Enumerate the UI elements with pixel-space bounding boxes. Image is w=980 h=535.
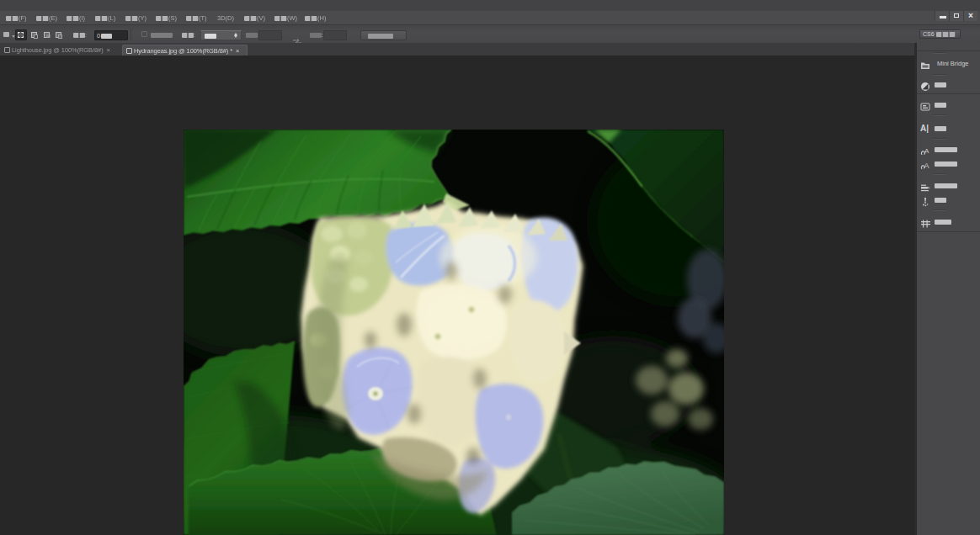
svg-text:A: A <box>924 147 929 155</box>
svg-text:A: A <box>924 162 929 170</box>
